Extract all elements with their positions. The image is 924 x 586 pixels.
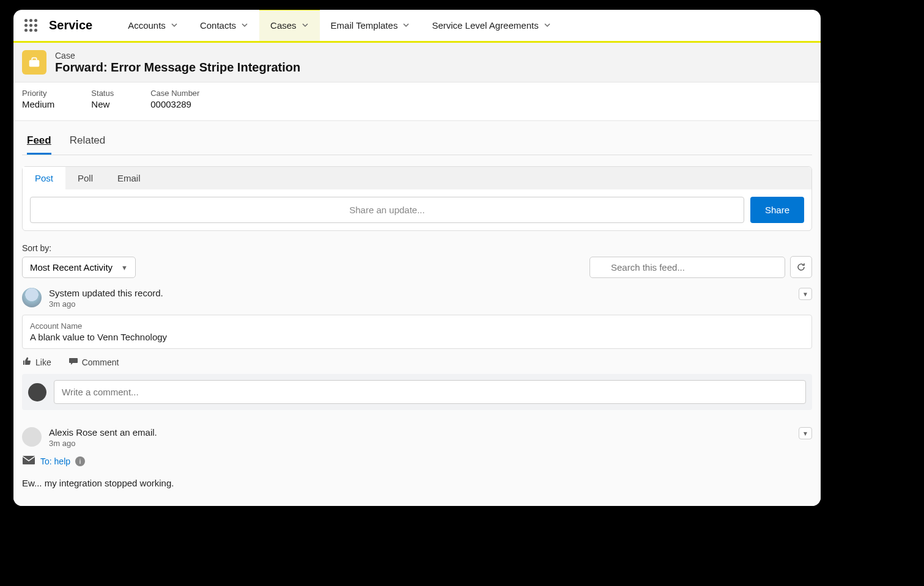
nav-item-contacts[interactable]: Contacts (189, 10, 259, 41)
publisher-tab-email[interactable]: Email (105, 167, 153, 189)
like-button[interactable]: Like (22, 356, 51, 368)
field-case-number: Case Number 00003289 (150, 89, 199, 109)
chevron-down-icon[interactable] (402, 20, 410, 31)
publisher-body: Share an update... Share (23, 189, 811, 230)
field-priority: Priority Medium (22, 89, 54, 109)
publisher: Post Poll Email Share an update... Share (22, 166, 812, 231)
tab-related[interactable]: Related (70, 130, 106, 155)
field-status: Status New (91, 89, 114, 109)
refresh-button[interactable] (790, 256, 812, 278)
top-nav: Service Accounts Contacts Cases (13, 10, 821, 43)
record-fields: Priority Medium Status New Case Number 0… (13, 82, 821, 121)
email-body: Ew... my integration stopped working. (22, 478, 812, 488)
feed-controls: Sort by: Most Recent Activity ▼ (22, 243, 812, 278)
app-name: Service (49, 18, 92, 32)
comment-label: Comment (82, 357, 119, 367)
app-window: Service Accounts Contacts Cases (13, 10, 821, 506)
main-tabs: Feed Related (22, 130, 812, 155)
svg-rect-0 (29, 60, 40, 67)
chevron-down-icon[interactable] (301, 20, 309, 31)
svg-rect-3 (23, 456, 35, 464)
change-field-label: Account Name (30, 321, 804, 331)
sort-by-label: Sort by: (22, 243, 136, 253)
publisher-tabs: Post Poll Email (23, 167, 811, 189)
feed-item-time: 3m ago (49, 299, 163, 309)
feed-item-menu[interactable]: ▼ (799, 427, 812, 439)
comment-row (22, 374, 812, 410)
share-input[interactable]: Share an update... (30, 197, 744, 223)
nav-label: Cases (270, 20, 297, 31)
change-box: Account Name A blank value to Venn Techn… (22, 315, 812, 349)
feed-search-input[interactable] (590, 257, 785, 278)
nav-item-email-templates[interactable]: Email Templates (320, 10, 421, 41)
triangle-down-icon: ▼ (121, 264, 128, 271)
thumb-up-icon (22, 356, 32, 368)
chevron-down-icon[interactable] (544, 20, 551, 31)
envelope-icon (22, 455, 35, 467)
feed-item-system-update: System updated this record. 3m ago ▼ Acc… (22, 288, 812, 410)
system-avatar-icon (22, 288, 42, 307)
field-label: Case Number (150, 89, 199, 98)
info-icon[interactable]: i (75, 456, 85, 466)
nav-item-accounts[interactable]: Accounts (117, 10, 189, 41)
field-value: New (91, 99, 114, 109)
record-type-label: Case (55, 51, 300, 60)
nav-item-sla[interactable]: Service Level Agreements (421, 10, 561, 41)
comment-icon (68, 356, 78, 368)
like-label: Like (35, 357, 51, 367)
field-label: Status (91, 89, 114, 98)
nav-label: Email Templates (331, 20, 398, 31)
nav-label: Accounts (128, 20, 166, 31)
case-icon (22, 50, 46, 75)
chevron-down-icon[interactable] (241, 20, 248, 31)
chevron-down-icon[interactable] (171, 20, 178, 31)
publisher-tab-post[interactable]: Post (23, 167, 65, 189)
feed-actions: Like Comment (22, 356, 812, 368)
comment-button[interactable]: Comment (68, 356, 119, 368)
app-launcher-icon[interactable] (24, 19, 38, 32)
record-title: Forward: Error Message Stripe Integratio… (55, 60, 300, 75)
sort-select[interactable]: Most Recent Activity ▼ (22, 257, 136, 278)
field-value: Medium (22, 99, 54, 109)
record-header: Case Forward: Error Message Stripe Integ… (13, 43, 821, 82)
content-area: Feed Related Post Poll Email Share an up… (13, 121, 821, 506)
feed-item-menu[interactable]: ▼ (799, 288, 812, 300)
feed-item-email: Alexis Rose sent an email. 3m ago ▼ To: … (22, 427, 812, 506)
comment-input[interactable] (54, 380, 806, 404)
nav-items: Accounts Contacts Cases Email Templates (117, 10, 561, 41)
nav-item-cases[interactable]: Cases (259, 10, 320, 41)
nav-label: Contacts (200, 20, 236, 31)
sort-value: Most Recent Activity (30, 262, 113, 273)
user-avatar-icon (28, 383, 46, 401)
feed-item-title: System updated this record. (49, 288, 163, 298)
feed-item-time: 3m ago (49, 439, 157, 448)
share-button[interactable]: Share (750, 197, 804, 223)
nav-label: Service Level Agreements (432, 20, 538, 31)
email-to-row: To: help i (22, 455, 812, 467)
publisher-tab-poll[interactable]: Poll (65, 167, 105, 189)
user-avatar-icon (22, 427, 42, 447)
email-to-label: To: help (40, 456, 70, 466)
field-label: Priority (22, 89, 54, 98)
field-value: 00003289 (150, 99, 199, 109)
change-value: A blank value to Venn Technology (30, 332, 804, 342)
tab-feed[interactable]: Feed (27, 130, 51, 155)
feed-item-title: Alexis Rose sent an email. (49, 427, 157, 438)
